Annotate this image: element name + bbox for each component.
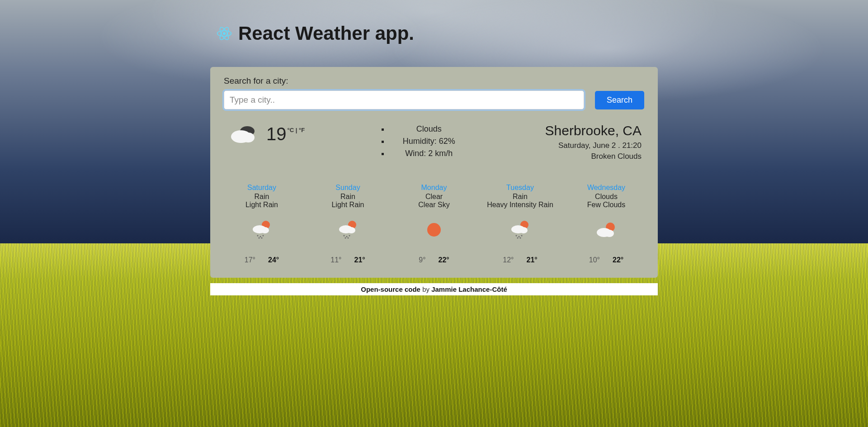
location-name: Sherbrooke, CA xyxy=(545,123,642,138)
svg-point-14 xyxy=(261,237,263,239)
svg-point-6 xyxy=(242,133,255,142)
svg-point-30 xyxy=(517,237,518,239)
svg-point-10 xyxy=(257,235,259,237)
svg-point-27 xyxy=(515,235,517,237)
detail-condition: Clouds xyxy=(389,123,469,135)
rain-sun-icon xyxy=(226,217,298,242)
svg-point-34 xyxy=(605,230,614,237)
forecast-high: 21° xyxy=(354,256,365,264)
forecast-day-name: Monday xyxy=(398,184,470,192)
rain-sun-icon xyxy=(484,217,557,242)
unit-toggle[interactable]: °C | °F xyxy=(288,127,305,133)
app-header: React Weather app. xyxy=(210,23,658,44)
svg-point-13 xyxy=(259,237,260,239)
svg-point-9 xyxy=(261,227,269,233)
svg-point-11 xyxy=(260,236,261,237)
forecast-desc: Heavy Intensity Rain xyxy=(484,201,557,209)
forecast-day-name: Tuesday xyxy=(484,184,557,192)
svg-point-20 xyxy=(349,235,350,237)
forecast-high: 24° xyxy=(268,256,279,264)
react-logo-icon xyxy=(217,26,232,41)
svg-point-19 xyxy=(346,236,347,237)
forecast-desc: Clear Sky xyxy=(398,201,470,209)
svg-point-29 xyxy=(521,235,522,237)
open-source-link[interactable]: Open-source code xyxy=(361,285,420,293)
city-search-input[interactable] xyxy=(224,90,584,109)
forecast-high: 21° xyxy=(527,256,538,264)
svg-point-26 xyxy=(519,227,528,233)
forecast-day-name: Wednesday xyxy=(570,184,642,192)
weather-card: Search for a city: Search 19 °C | °F xyxy=(210,67,658,278)
svg-point-18 xyxy=(343,235,344,237)
forecast-day: WednesdayCloudsFew Clouds10°22° xyxy=(570,184,642,264)
forecast-day-name: Sunday xyxy=(312,184,384,192)
app-title: React Weather app. xyxy=(238,23,414,44)
footer-by: by xyxy=(420,285,431,293)
forecast-main: Rain xyxy=(226,193,298,201)
author-link[interactable]: Jammie Lachance-Côté xyxy=(431,285,507,293)
forecast-low: 9° xyxy=(419,256,425,264)
search-label: Search for a city: xyxy=(224,76,644,86)
current-temp-value: 19 xyxy=(266,124,287,144)
search-button[interactable]: Search xyxy=(595,91,644,109)
svg-point-0 xyxy=(223,32,226,35)
svg-point-22 xyxy=(347,237,349,239)
forecast-day-name: Saturday xyxy=(226,184,298,192)
forecast-day: MondayClearClear Sky9°22° xyxy=(398,184,470,264)
current-location-block: Sherbrooke, CA Saturday, June 2 . 21:20 … xyxy=(545,123,644,161)
clouds-icon xyxy=(230,123,258,145)
forecast-high: 22° xyxy=(439,256,449,264)
rain-sun-icon xyxy=(312,217,384,242)
svg-point-31 xyxy=(519,237,521,239)
current-datetime: Saturday, June 2 . 21:20 xyxy=(545,141,642,150)
forecast-main: Rain xyxy=(312,193,384,201)
forecast-low: 11° xyxy=(330,256,341,264)
forecast-day: TuesdayRainHeavy Intensity Rain12°21° xyxy=(484,184,557,264)
forecast-main: Clouds xyxy=(570,193,642,201)
forecast-desc: Few Clouds xyxy=(570,201,642,209)
detail-humidity: Humidity: 62% xyxy=(389,135,469,147)
forecast-day: SaturdayRainLight Rain17°24° xyxy=(226,184,298,264)
svg-point-17 xyxy=(347,227,355,233)
forecast-low: 10° xyxy=(589,256,600,264)
svg-point-28 xyxy=(518,236,519,237)
detail-wind: Wind: 2 km/h xyxy=(389,147,469,160)
current-description: Broken Clouds xyxy=(545,152,642,161)
svg-point-23 xyxy=(427,223,441,237)
footer: Open-source code by Jammie Lachance-Côté xyxy=(210,283,658,295)
forecast-desc: Light Rain xyxy=(312,201,384,209)
forecast-day: SundayRainLight Rain11°21° xyxy=(312,184,384,264)
sun-icon xyxy=(398,217,470,242)
forecast-main: Rain xyxy=(484,193,557,201)
cloud-sun-icon xyxy=(570,217,642,242)
forecast-high: 22° xyxy=(613,256,623,264)
current-details: Clouds Humidity: 62% Wind: 2 km/h xyxy=(381,123,469,160)
current-temperature-block: 19 °C | °F xyxy=(224,123,305,145)
forecast-main: Clear xyxy=(398,193,470,201)
forecast-low: 17° xyxy=(245,256,255,264)
svg-point-12 xyxy=(263,235,264,237)
forecast-desc: Light Rain xyxy=(226,201,298,209)
svg-point-21 xyxy=(344,237,346,239)
forecast-row: SaturdayRainLight Rain17°24°SundayRainLi… xyxy=(224,184,644,264)
forecast-low: 12° xyxy=(503,256,514,264)
